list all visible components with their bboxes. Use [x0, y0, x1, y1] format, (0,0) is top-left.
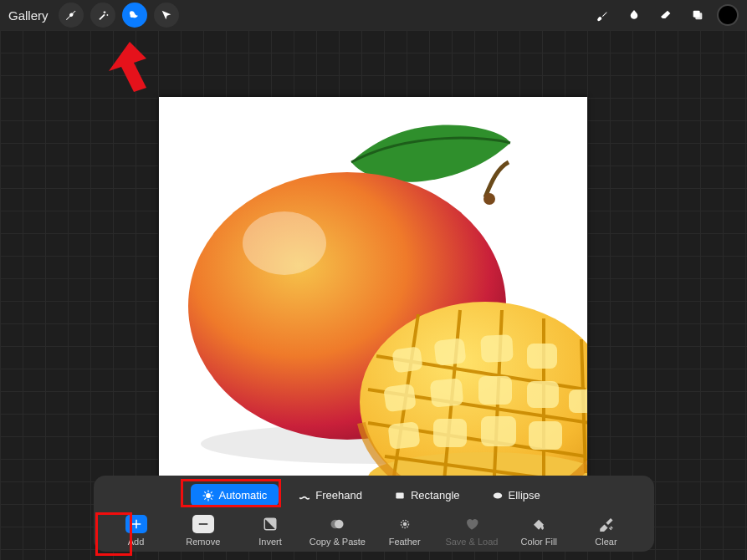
svg-line-29: [210, 491, 212, 493]
svg-rect-14: [430, 378, 464, 407]
scribble-icon: [299, 490, 310, 501]
annotation-arrow: [96, 42, 146, 92]
svg-point-32: [493, 492, 502, 498]
svg-point-38: [402, 522, 407, 527]
svg-rect-11: [480, 334, 514, 363]
action-label: Copy & Paste: [310, 537, 366, 547]
action-colorfill[interactable]: Color Fill: [509, 515, 568, 547]
action-copypaste[interactable]: Copy & Paste: [308, 515, 366, 547]
svg-rect-19: [433, 419, 467, 447]
mode-label: Rectangle: [411, 489, 460, 501]
action-label: Color Fill: [520, 537, 556, 547]
clear-icon: [598, 517, 613, 532]
wrench-icon[interactable]: [59, 3, 84, 28]
svg-point-22: [206, 493, 211, 498]
canvas[interactable]: [159, 97, 587, 498]
minus-icon: [196, 517, 211, 532]
feather-icon: [397, 517, 412, 532]
plus-icon: [129, 517, 144, 532]
eraser-icon[interactable]: [653, 3, 678, 28]
canvas-artwork: [159, 97, 587, 498]
mode-label: Freehand: [315, 489, 362, 501]
action-label: Add: [128, 537, 145, 547]
mode-rectangle[interactable]: Rectangle: [382, 484, 472, 507]
svg-rect-18: [388, 421, 421, 450]
svg-rect-12: [527, 344, 557, 369]
smudge-icon[interactable]: [622, 3, 647, 28]
mode-automatic[interactable]: Automatic: [191, 484, 279, 507]
mode-ellipse[interactable]: Ellipse: [480, 484, 552, 507]
action-add[interactable]: Add: [107, 515, 166, 547]
color-picker[interactable]: [717, 4, 739, 26]
svg-rect-13: [383, 384, 417, 413]
svg-rect-10: [434, 338, 467, 366]
action-label: Invert: [258, 537, 282, 547]
svg-rect-17: [569, 389, 587, 413]
ellipse-icon: [492, 490, 504, 501]
action-saveload[interactable]: Save & Load: [443, 515, 501, 547]
svg-rect-20: [481, 416, 516, 446]
svg-rect-15: [478, 376, 512, 405]
copypaste-icon: [330, 517, 345, 532]
gallery-button[interactable]: Gallery: [8, 8, 52, 23]
canvas-stage: Automatic Freehand Rectangle Ellipse Add: [0, 30, 747, 560]
svg-rect-1: [695, 13, 702, 19]
svg-line-27: [204, 491, 206, 493]
svg-rect-16: [527, 381, 559, 408]
action-remove[interactable]: Remove: [174, 515, 233, 547]
svg-line-30: [204, 497, 206, 499]
mode-label: Automatic: [219, 489, 268, 501]
brush-icon[interactable]: [590, 3, 615, 28]
action-clear[interactable]: Clear: [576, 515, 635, 547]
action-label: Feather: [389, 537, 421, 547]
action-label: Clear: [595, 537, 617, 547]
heart-icon: [464, 517, 479, 532]
top-toolbar: Gallery: [0, 0, 747, 30]
selection-panel: Automatic Freehand Rectangle Ellipse Add: [94, 476, 654, 552]
action-label: Save & Load: [445, 537, 498, 547]
action-feather[interactable]: Feather: [376, 515, 434, 547]
svg-rect-33: [199, 523, 208, 525]
svg-rect-21: [529, 421, 562, 450]
svg-point-36: [335, 520, 344, 529]
svg-marker-2: [109, 42, 146, 92]
mode-label: Ellipse: [509, 489, 540, 501]
rect-icon: [394, 490, 406, 501]
svg-line-28: [210, 497, 212, 499]
svg-point-4: [484, 193, 495, 205]
action-invert[interactable]: Invert: [241, 515, 299, 547]
layers-icon[interactable]: [685, 3, 710, 28]
burst-icon: [202, 490, 214, 501]
wand-icon[interactable]: [90, 3, 115, 28]
svg-point-6: [243, 211, 326, 275]
selection-action-row: Add Remove Invert Copy & Paste Feather S…: [107, 515, 641, 547]
selection-mode-row: Automatic Freehand Rectangle Ellipse: [191, 484, 641, 507]
arrow-cursor-icon[interactable]: [154, 3, 179, 28]
svg-rect-9: [391, 346, 423, 373]
bucket-icon: [531, 517, 546, 532]
svg-rect-31: [396, 492, 403, 498]
action-label: Remove: [186, 537, 220, 547]
mode-freehand[interactable]: Freehand: [287, 484, 374, 507]
selection-tool-button[interactable]: [122, 3, 147, 28]
invert-icon: [263, 517, 278, 532]
